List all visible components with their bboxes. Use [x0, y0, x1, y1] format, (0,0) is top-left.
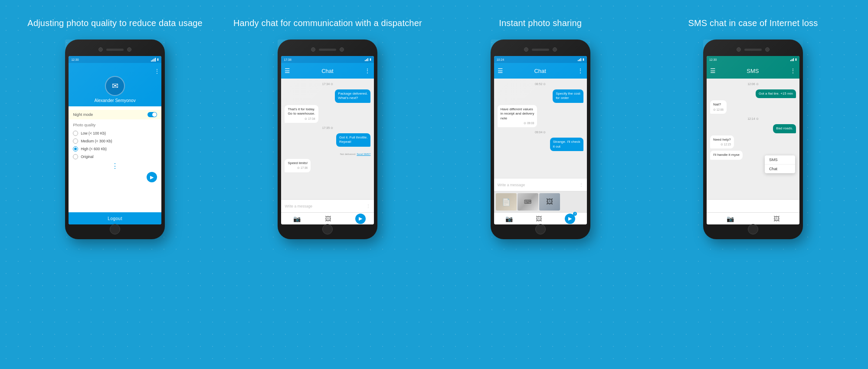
overflow-icon-4[interactable]: ⋮ [790, 67, 796, 74]
phone-3: 10:24 ▮ ☰ Chat ⋮ 08:52 ⊙ [491, 40, 590, 239]
message-6: Have different valuesin receipt and deli… [498, 105, 537, 128]
status-bar-1: 12:30 ▮ [69, 56, 161, 63]
sms-input-row [707, 199, 799, 212]
bar4 [155, 58, 156, 62]
phone2-screen: 17:38 ▮ ☰ Chat ⋮ 17:34 ⊙ [281, 56, 374, 224]
camera5-icon [524, 47, 528, 52]
photo-thumb-3[interactable]: 🖼 [539, 193, 560, 211]
sms-row-3: Bad roads. [710, 124, 796, 133]
image-bottom-3[interactable]: 🖼 [773, 215, 780, 222]
message-5: Specify the costfor order [553, 89, 583, 103]
popup-sms[interactable]: SMS [765, 155, 795, 165]
msg-text-5: Specify the costfor order [556, 92, 580, 100]
option-low[interactable]: Low (< 100 Kb) [73, 131, 157, 136]
option-medium[interactable]: Medium (< 300 Kb) [73, 138, 157, 144]
overflow-menu-icon[interactable]: ⋮ [154, 68, 160, 74]
app-bar-4: ☰ SMS ⋮ [707, 63, 799, 79]
sms-time-3: 12:14 ⊙ [710, 117, 796, 121]
avatar-icon: ✉ [112, 81, 118, 91]
input-placeholder-2[interactable]: Write a message [498, 183, 576, 187]
night-mode-row: Night mode [69, 110, 161, 119]
camera-bottom-1[interactable]: 📷 [293, 215, 301, 222]
battery-indicator: ▮ [157, 58, 159, 61]
logout-button[interactable]: Logout [69, 212, 161, 224]
camera2-icon [127, 47, 131, 52]
settings-content: Night mode Photo quality Low (< 100 Kb) … [69, 106, 161, 212]
panel-photo: Instant photo sharing 10:24 ▮ [434, 13, 647, 356]
msg-time-4: ⊙ 17:36 [288, 166, 308, 170]
panel-sms: SMS chat in case of Internet loss 12:30 … [647, 13, 859, 356]
camera-icon [98, 47, 103, 52]
camera-bottom-3[interactable]: 📷 [727, 215, 734, 222]
overflow-icon-3[interactable]: ⋮ [577, 67, 583, 74]
hamburger-icon-2[interactable]: ☰ [285, 67, 290, 74]
home-button-2[interactable] [322, 224, 333, 234]
speaker-icon [106, 49, 124, 51]
option-high[interactable]: High (< 600 Kb) [73, 146, 157, 152]
hamburger-icon-4[interactable]: ☰ [710, 67, 716, 74]
photo-thumb-1[interactable]: 📄 [496, 193, 517, 211]
radio-high [73, 146, 78, 152]
msg-row-4: Speed limits! ⊙ 17:36 [285, 159, 370, 172]
time-label-1: 17:34 ⊙ [285, 82, 370, 86]
sms-row-4: Need help? ⊙ 12:15 [710, 135, 796, 149]
night-mode-toggle[interactable] [147, 112, 157, 117]
photo-quality-label: Photo quality [73, 123, 157, 127]
sms-text-3: Bad roads. [776, 126, 793, 130]
time-label-3: 08:52 ⊙ [498, 82, 583, 86]
image-bottom-1[interactable]: 🖼 [325, 215, 331, 222]
camera-bottom-2[interactable]: 📷 [505, 215, 513, 222]
msg-time-6: ⊙ 09:03 [501, 122, 534, 125]
overflow-icon-2[interactable]: ⋮ [364, 67, 370, 74]
sms-row-2: Nail? ⊙ 12:06 [710, 100, 796, 114]
signal-bars [151, 58, 156, 62]
main-container: Adjusting photo quality to reduce data u… [0, 0, 868, 369]
time-2: 17:38 [284, 58, 292, 61]
phone4-screen: 12:30 ▮ ☰ SMS ⋮ 12:06 ⊙ [707, 56, 799, 224]
not-delivered-row: Not delivered. Send SMS? [285, 149, 370, 157]
signal-bars-4 [790, 58, 794, 61]
home-button-1[interactable] [110, 224, 120, 234]
panel-settings: Adjusting photo quality to reduce data u… [9, 13, 221, 356]
phone1-top [69, 45, 161, 54]
send-button-2[interactable]: ▶ [355, 214, 366, 224]
bottom-bar-1: 📷 🖼 ▶ [281, 212, 374, 224]
photo1-content: 📄 [502, 198, 511, 206]
send-sms-link[interactable]: Send SMS? [357, 153, 370, 155]
image-bottom-2[interactable]: 🖼 [536, 215, 542, 222]
message-4: Speed limits! ⊙ 17:36 [285, 159, 311, 172]
msg-text-1: Package delivered.What's next? [338, 92, 367, 100]
night-mode-label: Night mode [73, 112, 147, 117]
sms-text-2: Nail? [713, 102, 721, 106]
sms-messages: 12:06 ⊙ Got a flat tire. +15 min Nail? ⊙… [707, 79, 799, 199]
msg-text-3: Got it. Full throttle.Repeat! [339, 135, 367, 144]
send-button-1[interactable]: ▶ [147, 172, 157, 182]
sms-msg-3: Bad roads. [773, 124, 796, 133]
msg-time-2: ⊙ 17:34 [288, 117, 315, 121]
sms-time-2: ⊙ 12:06 [713, 108, 724, 112]
msg-text-7: Strange. I'll checkit out [553, 140, 580, 148]
label-low: Low (< 100 Kb) [81, 131, 106, 135]
phone3-screen: 10:24 ▮ ☰ Chat ⋮ 08:52 ⊙ [494, 56, 587, 224]
msg-row-1: Package delivered.What's next? [285, 89, 370, 103]
camera4-icon [340, 47, 344, 52]
time-3: 10:24 [497, 58, 504, 61]
home-button-4[interactable] [748, 224, 758, 234]
input-placeholder-1[interactable]: Write a message [285, 204, 364, 208]
phone4-top [707, 45, 799, 54]
panel1-title: Adjusting photo quality to reduce data u… [27, 17, 203, 29]
photo-thumb-2[interactable]: ⌨ [518, 193, 538, 211]
popup-chat[interactable]: Chat [765, 165, 795, 173]
hamburger-icon-3[interactable]: ☰ [498, 67, 503, 74]
send-button-3[interactable]: ▶ 3 [565, 214, 575, 224]
send-badge: 3 [573, 212, 577, 216]
signal-bars-2 [365, 58, 368, 61]
battery-3: ▮ [583, 58, 584, 61]
signal-bars-3 [578, 58, 581, 61]
bottom-bar-3: 📷 🖼 [707, 212, 799, 224]
radio-original [73, 154, 78, 159]
option-original[interactable]: Original [73, 154, 157, 159]
photo-grid: 📄 ⌨ 🖼 [494, 191, 587, 212]
panel-chat1: Handy chat for communication with a disp… [221, 13, 434, 356]
home-button-3[interactable] [535, 224, 546, 234]
